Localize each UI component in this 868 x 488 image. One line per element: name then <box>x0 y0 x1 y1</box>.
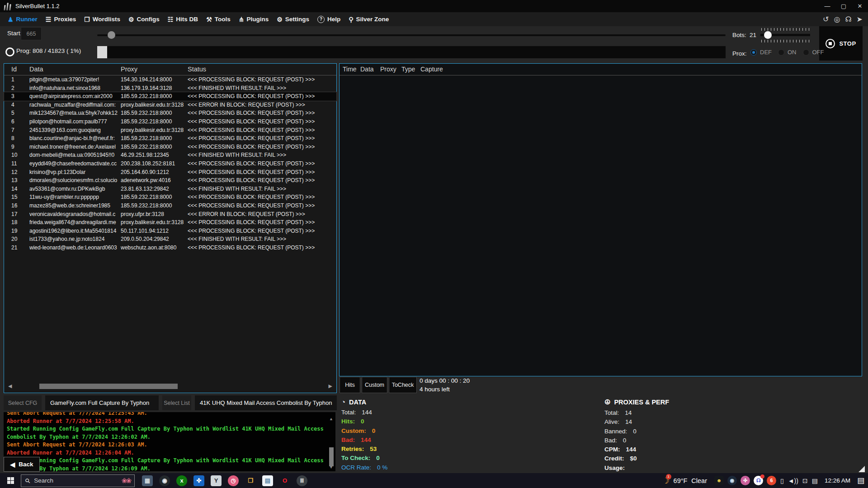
radio-label: OFF <box>812 49 824 56</box>
table-row[interactable]: 21wied-leonard@web.de:Leonard0603webschu… <box>4 244 336 252</box>
tab-tocheck[interactable]: ToCheck <box>389 377 417 393</box>
red-app-icon[interactable]: 6 <box>767 476 776 485</box>
performance-monitor-icon[interactable]: ▦ <box>142 475 153 486</box>
col-capture: Capture <box>420 66 862 73</box>
bots-slider[interactable] <box>760 28 810 42</box>
start-menu-button[interactable] <box>0 473 21 488</box>
maximize-button[interactable]: ▢ <box>835 0 852 12</box>
prox-option-on[interactable]: ON <box>778 49 797 56</box>
proxy-stats-title-label: PROXIES & PERF <box>614 399 669 406</box>
tab-hits[interactable]: Hits <box>340 377 360 393</box>
stat-label: Alive: <box>604 418 619 427</box>
notification-icon[interactable]: ▤ <box>812 477 818 484</box>
speaker-icon[interactable]: ◄)) <box>788 477 798 484</box>
table-row[interactable]: 18frieda.weigall674@andreagilardi.meprox… <box>4 218 336 227</box>
start-slider-thumb[interactable] <box>108 31 115 39</box>
table-row[interactable]: 4rachwala_muzaffar@rediffmail.com:proxy.… <box>4 101 336 109</box>
stat-label: Retries: <box>341 446 364 455</box>
stat-row: Total:144 <box>341 409 491 418</box>
start-input[interactable] <box>21 27 42 40</box>
game-controller-icon[interactable]: ✣ <box>741 476 750 485</box>
cheat-engine-icon[interactable]: ☻ <box>714 476 724 485</box>
scroll-down-icon[interactable]: ▼ <box>329 465 333 469</box>
hits-header: Time Data Proxy Type Capture <box>340 64 862 75</box>
notification-center-icon[interactable]: ▤ <box>857 476 864 485</box>
table-row[interactable]: 11eyyddl49@chasefreedomactivate.cc200.23… <box>4 160 336 168</box>
discord-icon[interactable]: ☊ <box>754 476 763 485</box>
menu-item-settings[interactable]: ⚙Settings <box>273 12 313 26</box>
camera-icon[interactable]: ◎ <box>834 16 840 23</box>
table-row[interactable]: 2info@natuhara.net:since1968136.179.19.1… <box>4 84 336 93</box>
table-row[interactable]: 13dmorales@solucionesmfm.cl:solucioadene… <box>4 176 336 185</box>
vertical-scrollbar[interactable]: ▲ ▼ <box>329 413 334 470</box>
table-row[interactable]: 19agostini1962@libero.it:Ma5540181450.11… <box>4 227 336 235</box>
row-data: agostini1962@libero.it:Ma55401814 <box>29 227 121 235</box>
menu-item-runner[interactable]: ♟Runner <box>4 12 42 26</box>
select-list-button[interactable]: Select List <box>162 395 191 410</box>
scroll-left-icon[interactable]: ◀ <box>8 383 12 389</box>
stat-label: CPM: <box>604 446 620 455</box>
discord-icon[interactable]: ☊ <box>845 16 851 23</box>
menu-item-wordlists[interactable]: ❐Wordlists <box>80 12 124 26</box>
resize-grip[interactable] <box>859 466 865 472</box>
bots-slider-thumb[interactable] <box>764 31 772 39</box>
telegram-icon[interactable]: ➤ <box>857 16 863 23</box>
menu-item-plugins[interactable]: ⋔Plugins <box>235 12 273 26</box>
scroll-right-icon[interactable]: ▶ <box>329 383 332 389</box>
prox-option-off[interactable]: OFF <box>803 49 824 56</box>
xbox-icon[interactable]: x <box>176 475 187 486</box>
table-row[interactable]: 3quest@airpiratepress.com:air2000185.59.… <box>4 92 336 101</box>
horizontal-scrollbar[interactable]: ◀ ▶ <box>5 382 335 391</box>
row-proxy: adenetwork.pw:4016 <box>121 176 188 185</box>
table-row[interactable]: 6pilotpon@hotmail.com:paulb777185.59.232… <box>4 117 336 126</box>
select-cfg-button[interactable]: Select CFG <box>4 395 42 410</box>
table-row[interactable]: 16mazez85@web.de:schreiner1985185.59.232… <box>4 202 336 210</box>
start-slider-track[interactable] <box>97 34 726 36</box>
back-button[interactable]: ◀ Back <box>4 457 40 472</box>
taskbar: ⚲ Search ❀❀ ▦◉x✜Y◷❒▤OⅢ ☽1 69°F Clear ☻◉✣… <box>0 473 868 488</box>
tab-custom[interactable]: Custom <box>362 377 387 393</box>
winged-clock-icon[interactable]: ◷ <box>228 475 239 486</box>
usb-icon[interactable]: ▯ <box>780 477 784 484</box>
table-row[interactable]: 12krisino@vp.pl:123Dolar205.164.60.90:12… <box>4 168 336 177</box>
table-row[interactable]: 17veronicavaldesgranados@hotmail.cproxy.… <box>4 210 336 219</box>
table-row[interactable]: 72451339@163.com:guoqiangproxy.balikesir… <box>4 126 336 135</box>
menu-item-proxies[interactable]: ☰Proxies <box>42 12 80 26</box>
menu-item-configs[interactable]: ⚙Configs <box>124 12 164 26</box>
horizontal-scroll-thumb[interactable] <box>39 384 178 389</box>
table-row[interactable]: 1511wu-uy@rambler.ru:pppppp185.59.232.21… <box>4 193 336 202</box>
table-row[interactable]: 5mik1234567@meta.ua:5hyk7ohkk12185.59.23… <box>4 109 336 117</box>
xbox-gamebar-icon[interactable]: ✜ <box>193 475 204 486</box>
vertical-scroll-thumb[interactable] <box>329 447 334 466</box>
menu-item-tools[interactable]: ⚒Tools <box>202 12 235 26</box>
minimize-button[interactable]: — <box>819 0 835 12</box>
col-data: Data <box>29 66 121 73</box>
stop-button[interactable]: STOP <box>819 26 863 61</box>
taskbar-search[interactable]: ⚲ Search ❀❀ <box>21 474 135 487</box>
menu-item-hits-db[interactable]: ☷Hits DB <box>164 12 202 26</box>
table-row[interactable]: 9michael.troner@freenet.de:Axelaxel185.5… <box>4 143 336 151</box>
table-row[interactable]: 10dom-mebeli@meta.ua:09051945!!046.29.25… <box>4 151 336 160</box>
table-row[interactable]: 8blanc.courtine@anjac-bi.fr@neuf.fr:185.… <box>4 134 336 143</box>
close-button[interactable]: ✕ <box>852 0 868 12</box>
weather-widget[interactable]: ☽1 69°F Clear <box>662 476 707 486</box>
table-row[interactable]: 14av53361@comtv.ru:DPKwkBgb23.81.63.132:… <box>4 185 336 193</box>
shield-y-icon[interactable]: Y <box>211 475 222 486</box>
row-status: <<< PROCESSING BLOCK: REQUEST (POST) >>> <box>188 75 336 84</box>
menu-item-silver-zone[interactable]: ⚲Silver Zone <box>344 12 393 26</box>
equalizer-icon[interactable]: Ⅲ <box>297 475 307 486</box>
file-explorer-icon[interactable]: ❒ <box>245 475 256 486</box>
start-slider[interactable] <box>97 31 726 39</box>
steam-icon[interactable]: ◉ <box>727 476 737 485</box>
network-icon[interactable]: ⊡ <box>802 477 808 484</box>
table-row[interactable]: 20ist1733@yahoo.ne.jp:noto1824209.0.50.2… <box>4 235 336 244</box>
prox-option-def[interactable]: DEF <box>750 49 772 56</box>
scroll-up-icon[interactable]: ▲ <box>329 417 333 421</box>
history-icon[interactable]: ↺ <box>823 16 829 23</box>
menu-item-help[interactable]: ?Help <box>313 12 344 26</box>
obs-icon[interactable]: ◉ <box>159 475 170 486</box>
menu-item-label: Silver Zone <box>356 16 389 23</box>
table-row[interactable]: 1pitgin@meta.ua:379072piter!154.30.194.2… <box>4 75 336 84</box>
notepad-icon[interactable]: ▤ <box>262 475 273 486</box>
opera-icon[interactable]: O <box>279 475 290 486</box>
